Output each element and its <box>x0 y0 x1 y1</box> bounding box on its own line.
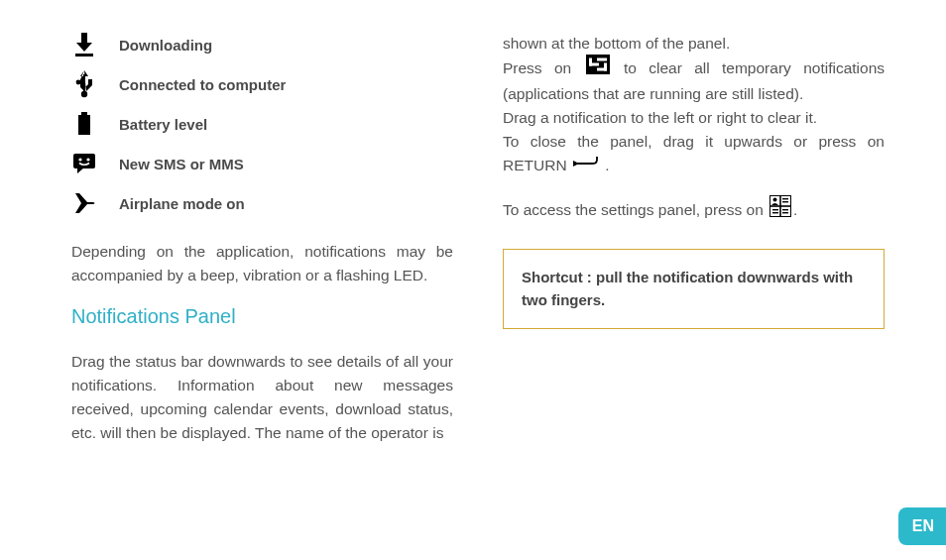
svg-rect-2 <box>75 54 93 56</box>
svg-rect-23 <box>589 58 592 66</box>
svg-point-5 <box>76 80 81 85</box>
svg-rect-6 <box>88 79 92 83</box>
status-icon-list: Downloading Connected to computer <box>71 32 453 216</box>
svg-rect-8 <box>83 74 85 94</box>
text: Drag a notification to the left or right… <box>503 109 817 126</box>
svg-rect-21 <box>597 58 607 61</box>
svg-rect-25 <box>597 68 607 71</box>
text: To close the panel, drag it upwards or p… <box>503 133 885 173</box>
paragraph: Drag the status bar downwards to see det… <box>71 350 453 445</box>
svg-marker-12 <box>77 168 84 173</box>
icon-label: Airplane mode on <box>119 195 245 212</box>
svg-rect-33 <box>772 212 778 213</box>
shortcut-tip-box: Shortcut : pull the notification downwar… <box>503 249 885 329</box>
paragraph: To access the settings panel, press on . <box>503 196 885 225</box>
list-item: Airplane mode on <box>71 190 453 216</box>
text: To access the settings panel, press on <box>503 201 768 218</box>
page-content: Downloading Connected to computer <box>0 0 946 493</box>
svg-rect-0 <box>81 33 87 43</box>
return-icon <box>573 154 599 177</box>
text: . <box>793 201 797 218</box>
icon-label: Battery level <box>119 116 207 133</box>
tip-text: Shortcut : pull the notification downwar… <box>522 269 853 308</box>
list-item: Battery level <box>71 111 453 137</box>
svg-rect-32 <box>772 209 778 210</box>
icon-label: New SMS or MMS <box>119 156 244 172</box>
sms-icon <box>71 151 97 176</box>
svg-marker-1 <box>76 43 92 52</box>
svg-rect-34 <box>782 209 788 210</box>
language-label: EN <box>912 517 934 534</box>
svg-rect-31 <box>782 201 788 202</box>
svg-rect-11 <box>73 154 95 168</box>
battery-icon <box>71 111 97 137</box>
svg-point-29 <box>773 197 777 201</box>
text: . <box>601 157 610 173</box>
icon-label: Connected to computer <box>119 76 286 93</box>
settings-panel-icon <box>769 195 791 224</box>
list-item: New SMS or MMS <box>71 151 453 176</box>
clear-notifications-icon <box>586 55 610 81</box>
airplane-icon <box>71 190 97 216</box>
icon-label: Downloading <box>119 37 212 54</box>
svg-rect-9 <box>81 112 87 115</box>
svg-rect-30 <box>782 198 788 199</box>
text: shown at the bottom of the panel. <box>503 35 730 52</box>
svg-rect-35 <box>782 212 788 213</box>
svg-rect-10 <box>78 115 90 135</box>
paragraph: shown at the bottom of the panel. Press … <box>503 32 885 178</box>
svg-point-13 <box>78 158 81 161</box>
list-item: Connected to computer <box>71 71 453 97</box>
list-item: Downloading <box>71 32 453 57</box>
paragraph: Depending on the application, notificati… <box>71 240 453 287</box>
download-icon <box>71 32 97 57</box>
right-column: shown at the bottom of the panel. Press … <box>503 32 885 463</box>
section-heading: Notifications Panel <box>71 305 453 328</box>
language-tab[interactable]: EN <box>898 507 946 545</box>
text: Press on <box>503 59 584 76</box>
svg-point-14 <box>86 158 89 161</box>
usb-icon <box>71 71 97 97</box>
left-column: Downloading Connected to computer <box>71 32 453 463</box>
